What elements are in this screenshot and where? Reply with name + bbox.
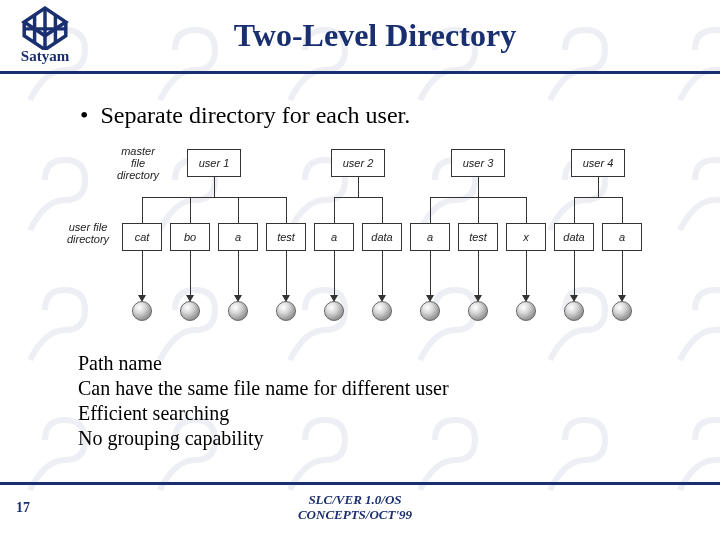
connector: [598, 177, 599, 197]
file-node-icon: [132, 301, 152, 321]
user-box: user 1: [187, 149, 241, 177]
connector: [574, 197, 598, 198]
page-number: 17: [16, 500, 30, 516]
connector: [430, 197, 431, 223]
connector: [334, 197, 358, 198]
connector: [478, 177, 479, 197]
file-box: a: [602, 223, 642, 251]
arrow-head-icon: [522, 295, 530, 302]
user-box: user 3: [451, 149, 505, 177]
connector: [286, 197, 287, 223]
arrow-line: [142, 251, 143, 297]
connector: [190, 197, 191, 223]
page-title: Two-Level Directory: [90, 17, 720, 54]
notes-block: Path name Can have the same file name fo…: [78, 351, 680, 451]
file-node-icon: [372, 301, 392, 321]
arrow-head-icon: [282, 295, 290, 302]
file-box: x: [506, 223, 546, 251]
file-box: test: [266, 223, 306, 251]
bullet-main: Separate directory for each user.: [80, 102, 680, 129]
connector: [214, 197, 286, 198]
arrow-line: [526, 251, 527, 297]
file-node-icon: [516, 301, 536, 321]
content: Separate directory for each user. master…: [0, 74, 720, 451]
file-box: bo: [170, 223, 210, 251]
connector: [358, 197, 382, 198]
connector: [190, 197, 214, 198]
arrow-head-icon: [426, 295, 434, 302]
note-line: Path name: [78, 351, 680, 376]
arrow-head-icon: [378, 295, 386, 302]
connector: [574, 197, 575, 223]
note-line: Efficient searching: [78, 401, 680, 426]
file-box: data: [554, 223, 594, 251]
arrow-head-icon: [474, 295, 482, 302]
arrow-line: [190, 251, 191, 297]
header: Satyam Two-Level Directory: [0, 0, 720, 74]
file-node-icon: [276, 301, 296, 321]
file-node-icon: [180, 301, 200, 321]
connector: [214, 177, 215, 197]
arrow-head-icon: [138, 295, 146, 302]
file-box: a: [314, 223, 354, 251]
arrow-head-icon: [234, 295, 242, 302]
arrow-head-icon: [330, 295, 338, 302]
file-node-icon: [420, 301, 440, 321]
connector: [478, 197, 479, 223]
arrow-line: [382, 251, 383, 297]
arrow-head-icon: [618, 295, 626, 302]
connector: [142, 197, 143, 223]
arrow-line: [238, 251, 239, 297]
connector: [358, 177, 359, 197]
user-box: user 4: [571, 149, 625, 177]
note-line: No grouping capability: [78, 426, 680, 451]
connector: [238, 197, 239, 223]
user-box: user 2: [331, 149, 385, 177]
file-box: data: [362, 223, 402, 251]
arrow-line: [334, 251, 335, 297]
connector: [622, 197, 623, 223]
connector: [382, 197, 383, 223]
logo: Satyam: [0, 0, 90, 73]
connector: [334, 197, 335, 223]
file-node-icon: [612, 301, 632, 321]
arrow-head-icon: [570, 295, 578, 302]
file-box: cat: [122, 223, 162, 251]
connector: [598, 197, 622, 198]
label-user-file-directory: user filedirectory: [58, 221, 118, 245]
footer: 17 SLC/VER 1.0/OS CONCEPTS/OCT'99: [0, 482, 720, 530]
arrow-line: [574, 251, 575, 297]
file-box: a: [410, 223, 450, 251]
logo-text: Satyam: [21, 48, 69, 65]
arrow-head-icon: [186, 295, 194, 302]
connector: [430, 197, 478, 198]
label-master-file-directory: masterfiledirectory: [108, 145, 168, 181]
arrow-line: [622, 251, 623, 297]
file-node-icon: [324, 301, 344, 321]
satyam-logo-icon: [19, 6, 71, 50]
arrow-line: [478, 251, 479, 297]
footer-text: SLC/VER 1.0/OS CONCEPTS/OCT'99: [30, 493, 680, 523]
connector: [526, 197, 527, 223]
file-box: test: [458, 223, 498, 251]
file-node-icon: [468, 301, 488, 321]
connector: [478, 197, 526, 198]
directory-diagram: masterfiledirectoryuser filedirectorycat…: [60, 143, 660, 333]
arrow-line: [286, 251, 287, 297]
arrow-line: [430, 251, 431, 297]
note-line: Can have the same file name for differen…: [78, 376, 680, 401]
file-node-icon: [228, 301, 248, 321]
file-box: a: [218, 223, 258, 251]
file-node-icon: [564, 301, 584, 321]
